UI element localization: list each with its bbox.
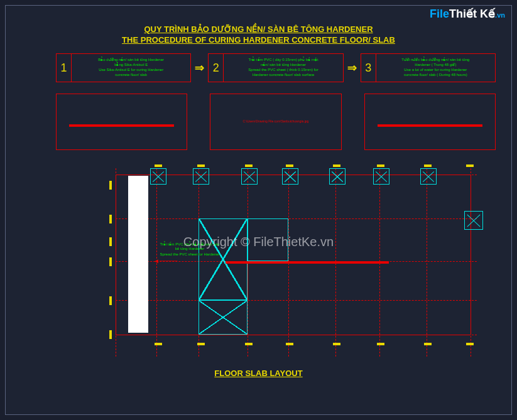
white-strip xyxy=(128,176,148,333)
floor-slab-layout: Trải tấm PVC phủ bề mặt sàn/ sàn bê tông… xyxy=(116,168,477,357)
logo-part1: File xyxy=(430,8,449,20)
arrow-icon: ⇒ xyxy=(347,61,357,75)
step-3: 3 Tưới nước bảo dưỡng nền/ sàn bê tôngHa… xyxy=(361,53,496,82)
step-2-number: 2 xyxy=(209,54,224,82)
step-2: 2 Trải tấm PVC ( dày 0.15mm) phủ bề mặtn… xyxy=(208,53,343,82)
step-3-text: Tưới nước bảo dưỡng nền/ sàn bê tôngHard… xyxy=(376,54,495,82)
step-1-text: Bảo dưỡng nền/ sàn bê tông Hardenerbằng … xyxy=(72,54,190,82)
logo-part2: Thiết Kế xyxy=(449,8,495,20)
illustration-panels: C:\Users\Drawing File.com\Sanbuichoangia… xyxy=(56,94,496,150)
panel-2-text: C:\Users\Drawing File.com\Sanbuichoangia… xyxy=(217,119,334,123)
panel-3 xyxy=(364,94,496,150)
plan-note: Trải tấm PVC phủ bề mặt sàn/ sàn bê tông… xyxy=(158,242,221,257)
step-3-number: 3 xyxy=(361,54,376,82)
cad-canvas: FileThiết Kế.vn QUY TRÌNH BẢO DƯỠNG NỀN/… xyxy=(5,5,512,415)
site-logo: FileThiết Kế.vn xyxy=(430,7,505,21)
title-vi: QUY TRÌNH BẢO DƯỠNG NỀN/ SÀN BÊ TÔNG HAR… xyxy=(6,24,511,35)
title-en: THE PROCEDURE OF CURING HARDENER CONCRET… xyxy=(6,35,511,46)
panel-1 xyxy=(56,94,187,150)
step-2-text: Trải tấm PVC ( dày 0.15mm) phủ bề mặtnền… xyxy=(224,54,342,82)
leader-arrow-icon: ◄──── xyxy=(153,257,177,264)
arrow-icon: ⇒ xyxy=(195,61,204,75)
panel-2: C:\Users\Drawing File.com\Sanbuichoangia… xyxy=(210,94,341,150)
logo-suffix: .vn xyxy=(495,11,505,19)
layout-label: FLOOR SLAB LAYOUT xyxy=(6,369,511,378)
drawing-title: QUY TRÌNH BẢO DƯỠNG NỀN/ SÀN BÊ TÔNG HAR… xyxy=(6,24,511,46)
step-1: 1 Bảo dưỡng nền/ sàn bê tông Hardenerbằn… xyxy=(56,53,191,82)
procedure-steps: 1 Bảo dưỡng nền/ sàn bê tông Hardenerbằn… xyxy=(56,53,496,82)
step-1-number: 1 xyxy=(57,54,72,82)
